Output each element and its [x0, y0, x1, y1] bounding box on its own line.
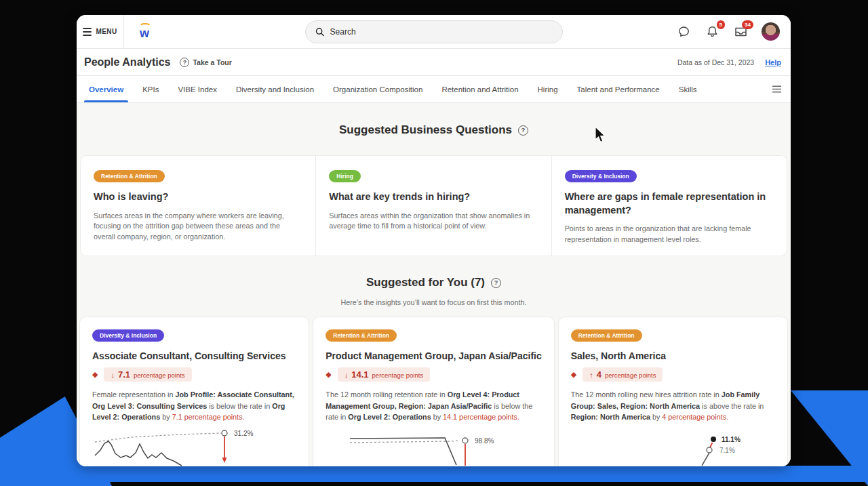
business-questions-panel: Retention & Attrition Who is leaving? Su…	[80, 155, 787, 256]
benchmark-value-label: 7.1%	[719, 447, 735, 454]
insight-card-product-management-group[interactable]: Retention & Attrition Product Management…	[313, 317, 554, 466]
help-question-circle-icon[interactable]: ?	[518, 125, 528, 136]
business-question-card-who-is-leaving[interactable]: Retention & Attrition Who is leaving? Su…	[81, 156, 316, 256]
alert-diamond-icon: ◆	[92, 371, 98, 378]
tab-skills[interactable]: Skills	[679, 76, 697, 102]
content-area: Suggested Business Questions ? Retention…	[77, 103, 791, 466]
notifications-button[interactable]: 5	[705, 24, 719, 39]
page-title: People Analytics	[84, 56, 170, 68]
insight-card-associate-consultant[interactable]: Diversity & Inclusion Associate Consulta…	[79, 317, 309, 466]
metric-value: 4	[597, 369, 601, 380]
app-window: MENU w 5	[77, 15, 791, 466]
question-description: Surfaces areas within the organization t…	[329, 211, 536, 232]
menu-button[interactable]: MENU	[77, 15, 123, 48]
workday-logo[interactable]: w	[138, 23, 153, 41]
down-arrow-icon: ↓	[111, 371, 115, 379]
sparkline-chart: 11.1% 7.1%	[570, 424, 787, 466]
insight-description: The 12 month rolling new hires attrition…	[571, 389, 775, 422]
category-badge: Retention & Attrition	[94, 170, 165, 182]
alert-diamond-icon: ◆	[571, 371, 576, 378]
metric-value: 14.1	[351, 369, 368, 380]
tab-bar: Overview KPIs VIBE Index Diversity and I…	[77, 76, 791, 103]
notifications-count-badge: 5	[717, 20, 725, 29]
user-avatar[interactable]	[762, 22, 780, 41]
metric-pill: ↓ 7.1 percentage points	[104, 367, 191, 382]
section-list-button[interactable]	[772, 76, 782, 102]
inbox-count-badge: 34	[742, 20, 753, 29]
benchmark-value-label: 98.8%	[475, 437, 494, 445]
menu-label: MENU	[96, 28, 117, 35]
alert-diamond-icon: ◆	[326, 371, 331, 378]
business-question-card-hiring-trends[interactable]: Hiring What are key trends in hiring? Su…	[316, 156, 551, 256]
question-description: Points to areas in the organization that…	[565, 224, 772, 245]
metric-value: 7.1	[118, 369, 130, 380]
tab-organization-composition[interactable]: Organization Composition	[333, 76, 422, 102]
category-badge: Diversity & Inclusion	[92, 329, 164, 342]
take-a-tour-button[interactable]: ? Take a Tour	[180, 58, 231, 67]
suggested-for-you-subtitle: Here’s the insights you’ll want to focus…	[77, 298, 791, 306]
tab-vibe-index[interactable]: VIBE Index	[178, 76, 217, 102]
chat-button[interactable]	[676, 24, 691, 39]
question-title: Where are gaps in female representation …	[565, 190, 768, 217]
sparkline-chart: 31.2%	[91, 424, 308, 466]
insight-title: Sales, North America	[571, 350, 775, 361]
insight-title: Associate Consultant, Consulting Service…	[92, 350, 296, 361]
tab-hiring[interactable]: Hiring	[538, 76, 558, 102]
category-badge: Diversity & Inclusion	[565, 170, 637, 182]
metric-row: ◆ ↑ 4 percentage points	[571, 367, 775, 382]
metric-pill: ↓ 14.1 percentage points	[338, 367, 430, 382]
suggested-for-you-heading: Suggested for You (7) ?	[77, 256, 791, 289]
global-search[interactable]	[305, 20, 563, 43]
metric-pill: ↑ 4 percentage points	[583, 367, 663, 382]
suggested-for-you-title: Suggested for You (7)	[366, 276, 485, 289]
take-a-tour-label: Take a Tour	[193, 58, 231, 66]
search-input[interactable]	[330, 27, 553, 37]
data-as-of-label: Data as of Dec 31, 2023	[677, 58, 754, 66]
question-title: What are key trends in hiring?	[329, 190, 536, 204]
insight-title: Product Management Group, Japan Asia/Pac…	[326, 350, 541, 361]
tab-talent-and-performance[interactable]: Talent and Performance	[577, 76, 660, 102]
tab-retention-and-attrition[interactable]: Retention and Attrition	[441, 76, 518, 102]
workday-logo-w: w	[140, 27, 149, 39]
metric-row: ◆ ↓ 7.1 percentage points	[92, 367, 296, 382]
category-badge: Hiring	[329, 170, 361, 182]
topbar-divider	[123, 15, 124, 48]
down-arrow-icon: ↓	[344, 371, 349, 379]
business-question-card-female-representation[interactable]: Diversity & Inclusion Where are gaps in …	[552, 156, 787, 256]
help-question-circle-icon[interactable]: ?	[491, 278, 501, 288]
insight-cards-row: Diversity & Inclusion Associate Consulta…	[79, 317, 788, 466]
business-questions-title: Suggested Business Questions	[339, 123, 512, 137]
tab-kpis[interactable]: KPIs	[142, 76, 159, 102]
category-badge: Retention & Attrition	[326, 329, 397, 342]
insight-card-sales-north-america[interactable]: Retention & Attrition Sales, North Ameri…	[558, 317, 788, 466]
tab-diversity-and-inclusion[interactable]: Diversity and Inclusion	[236, 76, 314, 102]
metric-unit: percentage points	[134, 371, 185, 379]
search-icon	[315, 27, 324, 37]
top-bar: MENU w 5	[77, 15, 791, 49]
up-arrow-icon: ↑	[589, 371, 593, 379]
category-badge: Retention & Attrition	[571, 329, 642, 342]
business-questions-heading: Suggested Business Questions ?	[77, 103, 791, 137]
hamburger-icon	[83, 28, 92, 36]
inbox-button[interactable]: 34	[733, 24, 748, 39]
metric-row: ◆ ↓ 14.1 percentage points	[326, 367, 541, 382]
list-icon	[772, 85, 782, 94]
insight-description: Female representation in Job Profile: As…	[92, 389, 296, 422]
decorative-blue-band	[0, 466, 868, 482]
current-value-label: 11.1%	[722, 436, 741, 443]
chat-icon	[677, 25, 690, 38]
metric-unit: percentage points	[605, 371, 656, 379]
question-title: Who is leaving?	[94, 190, 300, 204]
sparkline-chart: 98.8%	[324, 424, 541, 466]
benchmark-value-label: 31.2%	[234, 430, 253, 437]
insight-description: The 12 month rolling retention rate in O…	[326, 389, 541, 422]
question-description: Surfaces areas in the company where work…	[94, 211, 300, 243]
help-link[interactable]: Help	[765, 58, 781, 66]
page-header: People Analytics ? Take a Tour Data as o…	[77, 49, 791, 76]
tab-overview[interactable]: Overview	[89, 76, 123, 102]
question-circle-icon: ?	[180, 58, 189, 67]
metric-unit: percentage points	[372, 371, 424, 379]
